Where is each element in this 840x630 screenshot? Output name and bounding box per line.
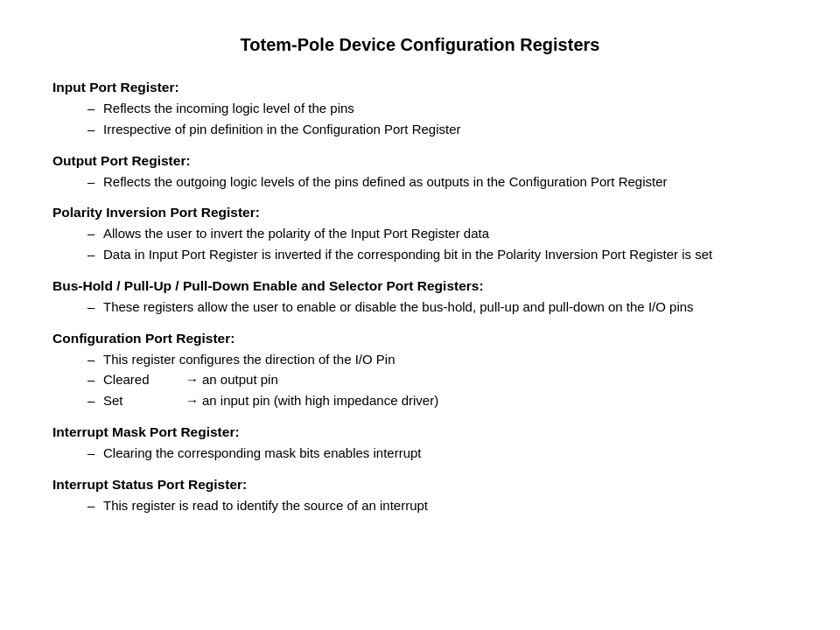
heading-input-port: Input Port Register:	[52, 80, 788, 95]
list-item: Reflects the incoming logic level of the…	[88, 99, 788, 118]
set-desc: an input pin (with high impedance driver…	[202, 391, 438, 410]
list-item: Clearing the corresponding mask bits ena…	[88, 444, 788, 463]
bullets-input-port: Reflects the incoming logic level of the…	[52, 99, 788, 139]
bullets-polarity: Allows the user to invert the polarity o…	[52, 224, 788, 264]
section-interrupt-mask: Interrupt Mask Port Register: Clearing t…	[52, 424, 788, 463]
list-item: These registers allow the user to enable…	[88, 298, 788, 317]
bullets-config-port: This register configures the direction o…	[52, 350, 788, 410]
heading-interrupt-status: Interrupt Status Port Register:	[52, 477, 788, 493]
list-item: Reflects the outgoing logic levels of th…	[88, 172, 788, 192]
list-item: Data in Input Port Register is inverted …	[88, 245, 788, 264]
section-bushold: Bus-Hold / Pull-Up / Pull-Down Enable an…	[52, 278, 788, 317]
heading-output-port: Output Port Register:	[52, 153, 788, 169]
bullets-bushold: These registers allow the user to enable…	[52, 298, 788, 317]
bullets-interrupt-mask: Clearing the corresponding mask bits ena…	[52, 444, 788, 463]
heading-bushold: Bus-Hold / Pull-Up / Pull-Down Enable an…	[52, 278, 788, 294]
cleared-label: Cleared	[103, 370, 182, 389]
heading-config-port: Configuration Port Register:	[52, 331, 788, 346]
list-item: Allows the user to invert the polarity o…	[88, 224, 788, 243]
section-output-port: Output Port Register: Reflects the outgo…	[52, 153, 788, 192]
set-arrow: →	[186, 391, 199, 410]
heading-polarity: Polarity Inversion Port Register:	[52, 205, 788, 220]
list-item: This register configures the direction o…	[88, 350, 788, 369]
list-item: Irrespective of pin definition in the Co…	[88, 120, 788, 139]
list-item-cleared: Cleared → an output pin	[88, 370, 788, 389]
section-input-port: Input Port Register: Reflects the incomi…	[52, 80, 788, 139]
content-area: Input Port Register: Reflects the incomi…	[52, 80, 788, 514]
section-config-port: Configuration Port Register: This regist…	[52, 331, 788, 410]
list-item-set: Set → an input pin (with high impedance …	[88, 391, 788, 410]
heading-interrupt-mask: Interrupt Mask Port Register:	[52, 424, 788, 440]
list-item: This register is read to identify the so…	[88, 496, 788, 515]
bullets-interrupt-status: This register is read to identify the so…	[52, 496, 788, 515]
cleared-arrow: →	[186, 370, 199, 389]
set-label: Set	[103, 391, 182, 410]
section-interrupt-status: Interrupt Status Port Register: This reg…	[52, 477, 788, 515]
bullets-output-port: Reflects the outgoing logic levels of th…	[52, 172, 788, 192]
cleared-desc: an output pin	[202, 370, 278, 389]
section-polarity: Polarity Inversion Port Register: Allows…	[52, 205, 788, 264]
page-title: Totem-Pole Device Configuration Register…	[52, 35, 788, 55]
